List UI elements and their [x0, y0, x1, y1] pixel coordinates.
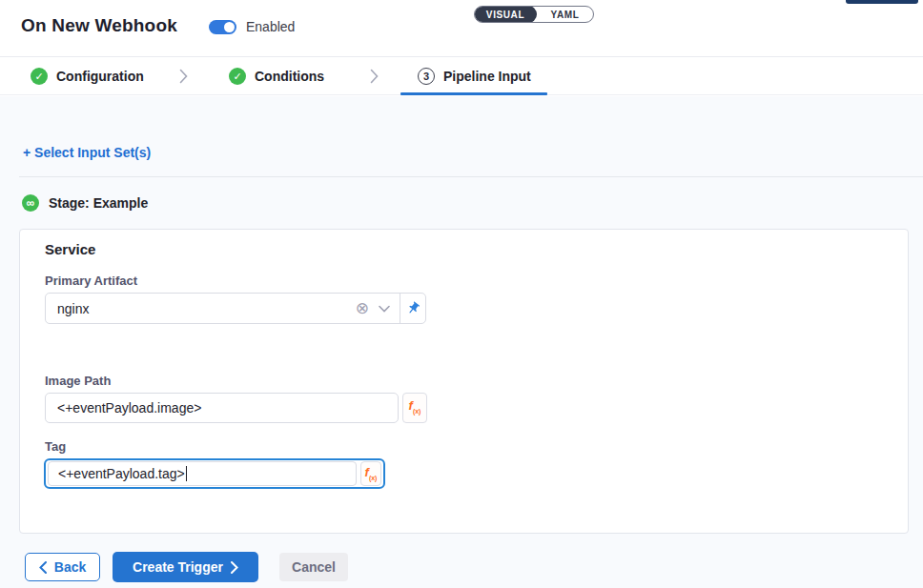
expression-fx-button[interactable]: f(x): [360, 461, 381, 486]
pipeline-input-panel: + Select Input Set(s) ∞ Stage: Example S…: [0, 96, 923, 588]
page-title: On New Webhook: [21, 15, 177, 36]
step-number-badge: 3: [418, 68, 435, 85]
tag-value: <+eventPayload.tag>: [58, 466, 185, 481]
chevron-right-icon: [179, 69, 188, 84]
stage-row: ∞ Stage: Example: [22, 194, 148, 212]
chevron-left-icon: [39, 561, 47, 574]
chevron-down-icon[interactable]: [373, 305, 400, 313]
pin-icon: [402, 298, 422, 318]
tab-conditions-label: Conditions: [255, 69, 324, 84]
tab-configuration-label: Configuration: [56, 69, 144, 84]
expression-fx-button[interactable]: f(x): [402, 393, 427, 423]
primary-artifact-select[interactable]: ⊗: [45, 293, 426, 324]
service-heading: Service: [45, 241, 95, 257]
back-button[interactable]: Back: [25, 553, 100, 581]
tag-input-focused-group: <+eventPayload.tag> f(x): [44, 458, 385, 489]
toggle-knob: [224, 22, 235, 32]
enabled-toggle[interactable]: [209, 20, 236, 34]
active-tab-underline: [400, 92, 547, 95]
enabled-label: Enabled: [246, 19, 295, 34]
cancel-button[interactable]: Cancel: [279, 553, 348, 581]
service-card: Service Primary Artifact ⊗ Image Path f(…: [19, 229, 909, 534]
text-caret: [186, 466, 187, 481]
visual-tab[interactable]: VISUAL: [474, 6, 537, 23]
tab-pipeline-input[interactable]: 3 Pipeline Input: [418, 57, 531, 95]
tag-input[interactable]: <+eventPayload.tag>: [48, 461, 357, 486]
pin-button[interactable]: [400, 294, 425, 323]
yaml-tab[interactable]: YAML: [537, 7, 593, 22]
primary-artifact-input[interactable]: [46, 301, 352, 316]
cutoff-top-right-button[interactable]: [846, 0, 918, 4]
enabled-toggle-group: Enabled: [209, 19, 295, 34]
select-input-sets-link[interactable]: + Select Input Set(s): [23, 145, 151, 160]
tag-label: Tag: [45, 439, 66, 454]
tab-pipeline-input-label: Pipeline Input: [443, 69, 531, 84]
image-path-label: Image Path: [45, 374, 111, 388]
stage-label: Stage: Example: [49, 195, 148, 211]
tab-configuration[interactable]: ✓ Configuration: [31, 57, 144, 95]
divider: [19, 176, 923, 177]
cd-stage-icon: ∞: [22, 194, 39, 212]
image-path-input[interactable]: [45, 393, 399, 423]
wizard-tab-bar: ✓ Configuration ✓ Conditions 3 Pipeline …: [0, 56, 923, 95]
visual-yaml-toggle: VISUAL YAML: [474, 6, 594, 23]
chevron-right-icon: [370, 69, 379, 84]
tab-conditions[interactable]: ✓ Conditions: [229, 57, 324, 95]
header: On New Webhook Enabled VISUAL YAML: [0, 0, 923, 56]
fx-icon: f(x): [409, 399, 421, 415]
fx-icon: f(x): [365, 466, 378, 481]
chevron-right-icon: [231, 561, 238, 574]
check-circle-icon: ✓: [31, 68, 48, 85]
primary-artifact-label: Primary Artifact: [45, 274, 137, 288]
create-trigger-button[interactable]: Create Trigger: [113, 552, 258, 582]
clear-icon[interactable]: ⊗: [352, 300, 373, 316]
check-circle-icon: ✓: [229, 68, 246, 85]
